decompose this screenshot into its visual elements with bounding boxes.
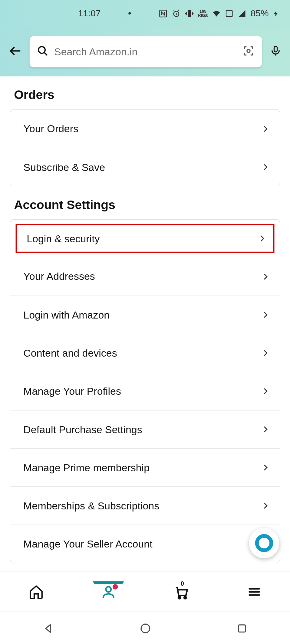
nav-cart[interactable]: 0 (173, 581, 190, 602)
row-label: Default Purchase Settings (23, 423, 142, 435)
nav-menu[interactable] (247, 582, 262, 601)
row-your-addresses[interactable]: Your Addresses (10, 257, 280, 296)
alexa-icon (255, 534, 273, 552)
system-nav (0, 614, 290, 643)
netspeed-icon: 165KB/S (198, 9, 208, 18)
row-manage-seller[interactable]: Manage Your Seller Account (10, 525, 280, 563)
app-header (0, 27, 290, 77)
row-label: Your Orders (23, 123, 78, 135)
chevron-right-icon (261, 501, 270, 510)
sys-back[interactable] (43, 623, 54, 636)
row-label: Manage Your Profiles (23, 385, 121, 397)
orders-card: Your Orders Subscribe & Save (10, 109, 280, 186)
mic-button[interactable] (269, 44, 282, 60)
chevron-right-icon (261, 272, 270, 281)
svg-rect-3 (226, 11, 232, 17)
account-card: Login & security Your Addresses Login wi… (10, 219, 280, 563)
chevron-right-icon (261, 124, 270, 133)
status-bar: 11:07 • 165KB/S 85% (0, 0, 290, 27)
svg-point-9 (184, 597, 186, 599)
sys-recent[interactable] (237, 623, 247, 635)
active-indicator (93, 581, 124, 584)
search-input[interactable] (54, 46, 237, 57)
svg-point-4 (38, 47, 45, 53)
row-label: Content and devices (23, 347, 117, 359)
alexa-button[interactable] (249, 528, 279, 558)
row-label: Manage Prime membership (23, 462, 150, 473)
lens-icon[interactable] (242, 45, 255, 59)
row-label: Your Addresses (23, 270, 95, 282)
chevron-right-icon (261, 162, 270, 172)
svg-rect-6 (274, 46, 277, 52)
row-your-orders[interactable]: Your Orders (10, 110, 280, 148)
vibrate-icon (185, 9, 194, 18)
row-default-purchase[interactable]: Default Purchase Settings (10, 410, 280, 448)
row-subscribe-save[interactable]: Subscribe & Save (10, 148, 280, 186)
chevron-right-icon (261, 387, 270, 396)
clock: 11:07 (78, 8, 101, 19)
row-memberships-subscriptions[interactable]: Memberships & Subscriptions (10, 486, 280, 525)
row-label: Manage Your Seller Account (23, 538, 152, 550)
section-orders-title: Orders (14, 88, 280, 102)
charging-icon (273, 9, 279, 18)
volte-icon (225, 9, 233, 18)
dot-icon: • (128, 8, 131, 19)
status-right: 165KB/S 85% (159, 8, 279, 19)
row-label: Login with Amazon (23, 309, 110, 321)
row-content-devices[interactable]: Content and devices (10, 334, 280, 372)
chevron-right-icon (261, 348, 270, 358)
search-box[interactable] (30, 36, 262, 67)
bottom-nav: 0 (0, 571, 290, 612)
nav-home[interactable] (28, 582, 44, 601)
svg-point-5 (247, 49, 250, 52)
back-button[interactable] (8, 44, 22, 60)
svg-rect-2 (188, 10, 191, 17)
section-account-title: Account Settings (14, 198, 280, 212)
hamburger-icon (247, 584, 262, 599)
chevron-right-icon (261, 310, 270, 319)
alarm-icon (172, 9, 181, 18)
row-label: Memberships & Subscriptions (23, 500, 159, 512)
row-login-with-amazon[interactable]: Login with Amazon (10, 296, 280, 334)
notification-dot (113, 584, 118, 590)
battery-text: 85% (251, 8, 269, 19)
signal-icon (237, 9, 246, 18)
svg-rect-11 (239, 625, 246, 632)
row-manage-prime[interactable]: Manage Prime membership (10, 448, 280, 486)
svg-point-7 (106, 587, 111, 592)
chevron-right-icon (261, 463, 270, 472)
nav-account[interactable] (101, 582, 116, 601)
search-icon (37, 45, 48, 58)
chevron-right-icon (261, 425, 270, 434)
row-login-security[interactable]: Login & security (14, 222, 276, 255)
row-manage-profiles[interactable]: Manage Your Profiles (10, 372, 280, 410)
wifi-icon (212, 9, 221, 18)
content: Orders Your Orders Subscribe & Save Acco… (0, 76, 290, 563)
home-icon (28, 584, 44, 600)
sys-home[interactable] (140, 623, 151, 636)
nfc-icon (159, 9, 168, 18)
svg-point-10 (141, 624, 150, 633)
chevron-right-icon (258, 234, 267, 243)
cart-count: 0 (180, 580, 184, 587)
svg-point-8 (178, 597, 180, 599)
row-label: Login & security (27, 233, 100, 244)
row-label: Subscribe & Save (23, 161, 105, 173)
